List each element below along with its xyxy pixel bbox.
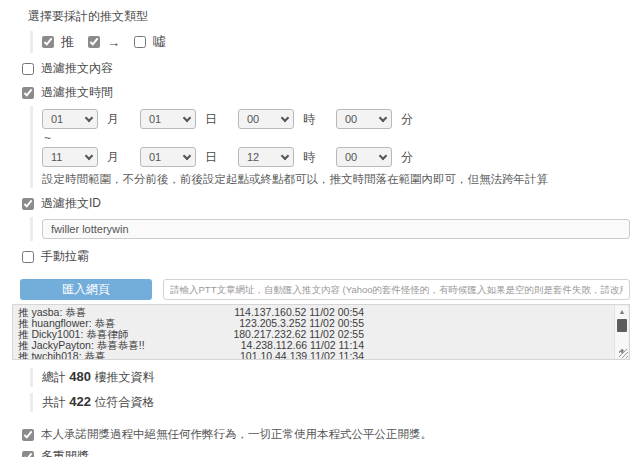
to-minute-select[interactable]: 00 xyxy=(336,147,392,167)
qualified-users-count: 422 xyxy=(69,394,91,409)
multi-draw-checkbox[interactable] xyxy=(22,451,34,457)
filter-id-input[interactable] xyxy=(42,219,630,239)
from-day-unit: 01 日 xyxy=(140,109,238,129)
manual-mode-checkbox[interactable] xyxy=(22,251,34,263)
stats-section: 總計 480 樓推文資料 共計 422 位符合資格 xyxy=(22,368,630,412)
filter-content-label: 過濾推文內容 xyxy=(41,60,113,77)
total-pushes-count: 480 xyxy=(69,369,91,384)
to-day-select-wrap: 01 xyxy=(140,147,196,167)
from-month-select-wrap: 01 xyxy=(42,109,98,129)
time-range-note: 設定時間範圍，不分前後，前後設定起點或終點都可以，推文時間落在範圍內即可，但無法… xyxy=(42,172,630,187)
push-type-option-push[interactable]: 推 xyxy=(42,33,74,51)
day-unit-label: 日 xyxy=(205,111,217,128)
to-month-select[interactable]: 11 xyxy=(42,147,98,167)
from-hour-select[interactable]: 00 xyxy=(238,109,294,129)
push-row: 推 twchih018 恭喜 101.10.44.139 11/02 11:34 xyxy=(18,351,364,360)
filter-id-label: 過濾推文ID xyxy=(41,195,101,212)
fairness-pledge-row[interactable]: 本人承諾開獎過程中絕無任何作弊行為，一切正常使用本程式公平公正開獎。 xyxy=(22,427,630,442)
boo-label: 噓 xyxy=(153,33,166,51)
minute-unit-label: 分 xyxy=(401,149,413,166)
manual-mode-label: 手動拉霸 xyxy=(41,248,89,265)
lottery-app: 選擇要採計的推文類型 推 → 噓 過濾推文內容 過濾推文時間 01 xyxy=(0,0,640,457)
arrow-label: → xyxy=(107,35,120,50)
filter-time-row[interactable]: 過濾推文時間 xyxy=(22,84,630,101)
from-month-unit: 01 月 xyxy=(42,109,140,129)
to-hour-select-wrap: 12 xyxy=(238,147,294,167)
push-type-options: 推 → 噓 xyxy=(30,31,630,53)
filter-time-label: 過濾推文時間 xyxy=(41,84,113,101)
from-hour-unit: 00 時 xyxy=(238,109,336,129)
filter-id-row[interactable]: 過濾推文ID xyxy=(22,195,630,212)
to-day-select[interactable]: 01 xyxy=(140,147,196,167)
fairness-pledge-label: 本人承諾開獎過程中絕無任何作弊行為，一切正常使用本程式公平公正開獎。 xyxy=(41,427,432,442)
from-day-select-wrap: 01 xyxy=(140,109,196,129)
hour-unit-label: 時 xyxy=(303,111,315,128)
to-month-unit: 11 月 xyxy=(42,147,140,167)
filter-content-row[interactable]: 過濾推文內容 xyxy=(22,60,630,77)
qualified-users-line: 共計 422 位符合資格 xyxy=(30,393,630,412)
scroll-up-icon[interactable]: ▲ xyxy=(615,306,629,318)
push-type-title: 選擇要採計的推文類型 xyxy=(28,8,630,25)
from-minute-select-wrap: 00 xyxy=(336,109,392,129)
article-url-input[interactable] xyxy=(163,279,630,300)
push-checkbox[interactable] xyxy=(42,36,54,48)
scrollbar-thumb[interactable] xyxy=(617,319,627,332)
from-minute-unit: 00 分 xyxy=(336,109,434,129)
boo-checkbox[interactable] xyxy=(134,36,146,48)
time-to-row: 11 月 01 日 12 時 00 xyxy=(42,147,630,167)
month-unit-label: 月 xyxy=(107,149,119,166)
filter-content-checkbox[interactable] xyxy=(22,63,34,75)
manual-mode-row[interactable]: 手動拉霸 xyxy=(22,248,630,265)
push-type-option-arrow[interactable]: → xyxy=(88,35,120,50)
multi-draw-row[interactable]: 多重開獎 xyxy=(22,448,630,457)
month-unit-label: 月 xyxy=(107,111,119,128)
from-minute-select[interactable]: 00 xyxy=(336,109,392,129)
filter-id-checkbox[interactable] xyxy=(22,198,34,210)
total-pushes-line: 總計 480 樓推文資料 xyxy=(30,368,630,387)
minute-unit-label: 分 xyxy=(401,111,413,128)
time-range-separator: ~ xyxy=(44,131,630,145)
multi-draw-label: 多重開獎 xyxy=(41,448,89,457)
to-day-unit: 01 日 xyxy=(140,147,238,167)
time-range-group: 01 月 01 日 00 時 00 xyxy=(30,106,630,188)
filter-id-group xyxy=(30,217,630,241)
hour-unit-label: 時 xyxy=(303,149,315,166)
push-list-textarea[interactable]: 推 yasba 恭喜 114.137.160.52 11/02 00:54 推 … xyxy=(12,304,630,360)
from-month-select[interactable]: 01 xyxy=(42,109,98,129)
push-type-option-boo[interactable]: 噓 xyxy=(134,33,166,51)
push-text: 推 twchih018 恭喜 xyxy=(18,351,106,360)
to-month-select-wrap: 11 xyxy=(42,147,98,167)
from-day-select[interactable]: 01 xyxy=(140,109,196,129)
day-unit-label: 日 xyxy=(205,149,217,166)
import-row: 匯入網頁 xyxy=(20,279,630,300)
resize-grip-icon[interactable] xyxy=(619,349,628,358)
time-from-row: 01 月 01 日 00 時 00 xyxy=(42,109,630,129)
filter-time-checkbox[interactable] xyxy=(22,87,34,99)
import-webpage-button[interactable]: 匯入網頁 xyxy=(20,279,152,300)
to-minute-select-wrap: 00 xyxy=(336,147,392,167)
fairness-pledge-checkbox[interactable] xyxy=(22,429,34,441)
to-hour-unit: 12 時 xyxy=(238,147,336,167)
arrow-checkbox[interactable] xyxy=(88,36,100,48)
to-hour-select[interactable]: 12 xyxy=(238,147,294,167)
push-label: 推 xyxy=(61,33,74,51)
push-meta: 101.10.44.139 11/02 11:34 xyxy=(240,351,364,360)
from-hour-select-wrap: 00 xyxy=(238,109,294,129)
to-minute-unit: 00 分 xyxy=(336,147,434,167)
